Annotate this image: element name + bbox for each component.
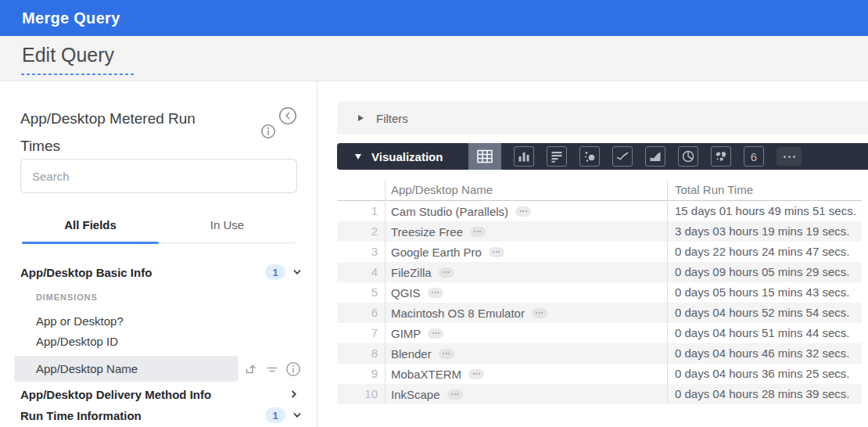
cell-menu-icon[interactable] bbox=[470, 227, 486, 237]
row-number: 1 bbox=[337, 201, 378, 221]
table-body: 1Cam Studio (Parallels)15 days 01 hours … bbox=[337, 201, 862, 404]
chevron-down-icon[interactable] bbox=[292, 410, 303, 421]
cell-total-run-time: 0 days 04 hours 36 mins 25 secs. bbox=[675, 364, 849, 384]
group-delivery-method[interactable]: App/Desktop Delivery Method Info bbox=[0, 383, 317, 405]
app-name-text: InkScape bbox=[391, 388, 440, 401]
line-chart-icon[interactable] bbox=[612, 146, 633, 167]
filter-field-icon[interactable] bbox=[264, 361, 280, 377]
cell-total-run-time: 0 days 22 hours 24 mins 47 secs. bbox=[675, 242, 849, 262]
cell-total-run-time: 0 days 04 hours 51 mins 44 secs. bbox=[675, 323, 849, 343]
cell-menu-icon[interactable] bbox=[468, 369, 484, 379]
table-row: 10InkScape0 days 04 hours 28 mins 39 sec… bbox=[337, 384, 862, 404]
search-input[interactable] bbox=[20, 159, 297, 193]
column-chart-icon[interactable] bbox=[514, 146, 534, 167]
caret-right-icon bbox=[358, 115, 364, 121]
column-header-name: App/Desktop Name bbox=[391, 180, 493, 200]
cell-menu-icon[interactable] bbox=[489, 247, 504, 257]
fields-panel: App/Desktop Metered Run Times All Fields… bbox=[0, 81, 317, 427]
chevron-right-icon[interactable] bbox=[289, 389, 299, 400]
cell-app-name: Blender bbox=[391, 343, 454, 364]
app-name-text: MobaXTERM bbox=[391, 368, 461, 381]
query-preview-area: Filters Visualization 6 App/Desktop Name… bbox=[318, 81, 868, 427]
field-info-icon[interactable] bbox=[285, 361, 301, 377]
page-title-underline bbox=[21, 74, 135, 75]
cell-app-name: MobaXTERM bbox=[391, 364, 484, 384]
cell-total-run-time: 3 days 03 hours 19 mins 19 secs. bbox=[675, 221, 849, 242]
group-run-time-info[interactable]: Run Time Information 1 bbox=[0, 404, 317, 426]
row-number: 3 bbox=[337, 242, 378, 262]
app-name-text: Blender bbox=[391, 347, 432, 361]
group-basic-info[interactable]: App/Desktop Basic Info 1 bbox=[0, 261, 317, 283]
row-number: 10 bbox=[337, 384, 378, 404]
cell-app-name: Cam Studio (Parallels) bbox=[391, 201, 531, 221]
cell-app-name: InkScape bbox=[391, 384, 463, 404]
dimensions-header: DIMENSIONS bbox=[0, 290, 317, 304]
result-table: App/Desktop Name Total Run Time 1Cam Stu… bbox=[337, 180, 862, 404]
group-label: App/Desktop Basic Info bbox=[20, 266, 152, 279]
cell-app-name: Macintosh OS 8 Emulator bbox=[391, 303, 547, 323]
cell-menu-icon[interactable] bbox=[428, 288, 443, 298]
row-number: 5 bbox=[337, 282, 378, 303]
active-tab-underline bbox=[22, 242, 159, 244]
tab-in-use[interactable]: In Use bbox=[159, 206, 296, 242]
visualization-toolbar: Visualization 6 bbox=[337, 143, 868, 170]
app-name-text: QGIS bbox=[391, 286, 421, 300]
table-row: 2Treesize Free3 days 03 hours 19 mins 19… bbox=[337, 221, 862, 242]
cell-total-run-time: 0 days 04 hours 52 mins 54 secs. bbox=[675, 303, 849, 323]
table-row: 6Macintosh OS 8 Emulator0 days 04 hours … bbox=[337, 303, 862, 323]
app-name-text: FileZilla bbox=[391, 266, 432, 279]
app-name-text: GIMP bbox=[391, 327, 421, 340]
cell-app-name: FileZilla bbox=[391, 262, 454, 282]
more-icon[interactable] bbox=[777, 147, 802, 166]
dataset-title: App/Desktop Metered Run Times bbox=[20, 105, 216, 160]
app-name-text: Treesize Free bbox=[391, 225, 463, 239]
dataset-info-icon[interactable] bbox=[260, 124, 276, 139]
table-header: App/Desktop Name Total Run Time bbox=[337, 180, 862, 201]
caret-down-icon[interactable] bbox=[355, 154, 361, 160]
bar-chart-icon[interactable] bbox=[547, 146, 567, 167]
cell-total-run-time: 0 days 09 hours 05 mins 29 secs. bbox=[675, 262, 849, 282]
field-app-desktop-id[interactable]: App/Desktop ID bbox=[0, 331, 317, 351]
table-row: 7GIMP0 days 04 hours 51 mins 44 secs. bbox=[337, 323, 862, 343]
cell-app-name: Google Earth Pro bbox=[391, 242, 504, 262]
cell-menu-icon[interactable] bbox=[515, 206, 531, 217]
column-divider bbox=[385, 180, 386, 404]
field-app-desktop-name[interactable]: App/Desktop Name bbox=[14, 356, 239, 382]
table-chart-icon[interactable] bbox=[468, 143, 501, 170]
field-actions bbox=[243, 356, 301, 382]
table-row: 4FileZilla0 days 09 hours 05 mins 29 sec… bbox=[337, 262, 862, 282]
cell-menu-icon[interactable] bbox=[532, 308, 547, 318]
tab-all-fields[interactable]: All Fields bbox=[22, 206, 159, 242]
geo-map-icon[interactable] bbox=[711, 146, 731, 167]
collapse-panel-icon[interactable] bbox=[278, 106, 297, 125]
cell-menu-icon[interactable] bbox=[439, 267, 454, 278]
group-badge: 1 bbox=[265, 264, 285, 280]
page-title: Edit Query bbox=[22, 44, 114, 66]
donut-chart-icon[interactable] bbox=[678, 146, 698, 167]
row-number: 7 bbox=[337, 323, 378, 343]
area-chart-icon[interactable] bbox=[645, 146, 665, 167]
viz-type-icons: 6 bbox=[468, 143, 802, 170]
cell-menu-icon[interactable] bbox=[428, 328, 443, 339]
chevron-down-icon[interactable] bbox=[292, 267, 303, 278]
cell-menu-icon[interactable] bbox=[439, 349, 454, 359]
app-name-text: Cam Studio (Parallels) bbox=[391, 205, 508, 218]
table-row: 8Blender0 days 04 hours 46 mins 32 secs. bbox=[337, 343, 862, 364]
field-app-or-desktop[interactable]: App or Desktop? bbox=[0, 310, 317, 331]
row-number: 8 bbox=[337, 343, 378, 364]
window-title: Merge Query bbox=[22, 0, 120, 36]
bubble-chart-icon[interactable] bbox=[579, 146, 600, 167]
table-row: 5QGIS0 days 05 hours 15 mins 43 secs. bbox=[337, 282, 862, 303]
cell-app-name: QGIS bbox=[391, 282, 443, 303]
table-row: 3Google Earth Pro0 days 22 hours 24 mins… bbox=[337, 242, 862, 262]
insert-field-icon[interactable] bbox=[243, 361, 259, 377]
cell-menu-icon[interactable] bbox=[447, 389, 463, 400]
scorecard-icon[interactable]: 6 bbox=[744, 146, 764, 167]
filters-section-header[interactable]: Filters bbox=[337, 102, 868, 135]
top-bar: Merge Query bbox=[0, 0, 868, 36]
app-name-text: Google Earth Pro bbox=[391, 246, 482, 259]
merge-query-window: Merge Query Edit Query App/Desktop Meter… bbox=[0, 0, 868, 427]
cell-total-run-time: 0 days 04 hours 46 mins 32 secs. bbox=[675, 343, 849, 364]
cell-app-name: Treesize Free bbox=[391, 221, 486, 242]
row-number: 9 bbox=[337, 364, 378, 384]
